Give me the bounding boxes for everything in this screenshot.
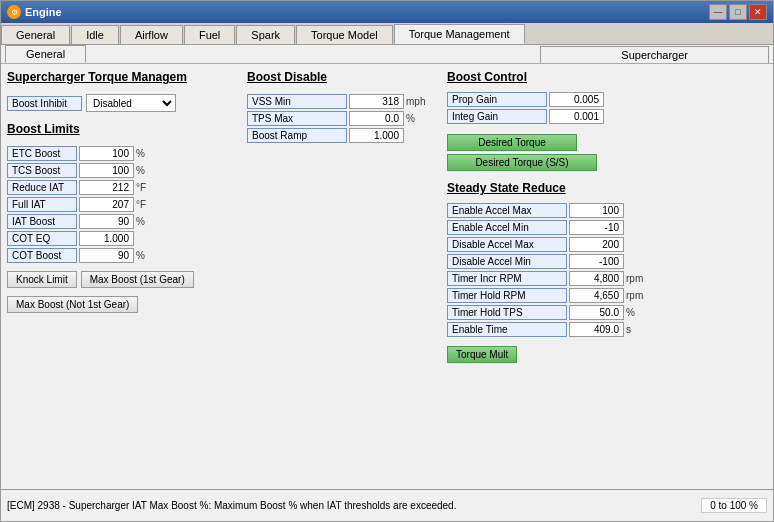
cot-boost-unit: % (136, 250, 152, 261)
enable-accel-min-label: Enable Accel Min (447, 220, 567, 235)
cot-boost-label: COT Boost (7, 248, 77, 263)
timer-hold-tps-unit: % (626, 307, 642, 318)
timer-incr-rpm-unit: rpm (626, 273, 643, 284)
reduce-iat-unit: °F (136, 182, 152, 193)
iat-boost-unit: % (136, 216, 152, 227)
iat-boost-value[interactable] (79, 214, 134, 229)
close-button[interactable]: ✕ (749, 4, 767, 20)
tcs-boost-label: TCS Boost (7, 163, 77, 178)
cot-boost-value[interactable] (79, 248, 134, 263)
boost-ramp-row: Boost Ramp (247, 128, 437, 143)
tab-spark[interactable]: Spark (236, 25, 295, 44)
desired-torque-button[interactable]: Desired Torque (447, 134, 577, 151)
max-boost-not-1st-gear-button[interactable]: Max Boost (Not 1st Gear) (7, 296, 138, 313)
boost-ramp-label: Boost Ramp (247, 128, 347, 143)
boost-control-fields: Prop Gain Integ Gain (447, 92, 767, 126)
tab-airflow[interactable]: Airflow (120, 25, 183, 44)
desired-torque-btn-row: Desired Torque Desired Torque (S/S) (447, 134, 767, 171)
tps-max-label: TPS Max (247, 111, 347, 126)
steady-state-fields: Enable Accel Max Enable Accel Min Disabl… (447, 203, 767, 339)
maximize-button[interactable]: □ (729, 4, 747, 20)
prop-gain-value[interactable] (549, 92, 604, 107)
disable-accel-min-label: Disable Accel Min (447, 254, 567, 269)
engine-icon: ⚙ (7, 5, 21, 19)
title-bar-left: ⚙ Engine (7, 5, 62, 19)
disable-accel-max-value[interactable] (569, 237, 624, 252)
tcs-boost-value[interactable] (79, 163, 134, 178)
tab-idle[interactable]: Idle (71, 25, 119, 44)
reduce-iat-row: Reduce IAT °F (7, 180, 237, 195)
reduce-iat-label: Reduce IAT (7, 180, 77, 195)
tab-general[interactable]: General (1, 25, 70, 44)
timer-hold-tps-row: Timer Hold TPS % (447, 305, 767, 320)
boost-inhibit-label: Boost Inhibit (7, 96, 82, 111)
tab-torque-model[interactable]: Torque Model (296, 25, 393, 44)
enable-accel-max-label: Enable Accel Max (447, 203, 567, 218)
vss-min-row: VSS Min mph (247, 94, 437, 109)
minimize-button[interactable]: — (709, 4, 727, 20)
tab-fuel[interactable]: Fuel (184, 25, 235, 44)
torque-mult-btn-row: Torque Mult (447, 346, 767, 363)
enable-time-value[interactable] (569, 322, 624, 337)
enable-accel-max-row: Enable Accel Max (447, 203, 767, 218)
full-iat-label: Full IAT (7, 197, 77, 212)
reduce-iat-value[interactable] (79, 180, 134, 195)
tps-max-row: TPS Max % (247, 111, 437, 126)
boost-limits-fields: ETC Boost % TCS Boost % Reduce IAT °F Fu… (7, 146, 237, 265)
window-title: Engine (25, 6, 62, 18)
title-controls: — □ ✕ (709, 4, 767, 20)
boost-ramp-value[interactable] (349, 128, 404, 143)
enable-time-label: Enable Time (447, 322, 567, 337)
button-row-2: Max Boost (Not 1st Gear) (7, 296, 237, 313)
etc-boost-value[interactable] (79, 146, 134, 161)
status-text: [ECM] 2938 - Supercharger IAT Max Boost … (7, 500, 456, 511)
timer-incr-rpm-value[interactable] (569, 271, 624, 286)
timer-hold-rpm-row: Timer Hold RPM rpm (447, 288, 767, 303)
vss-min-value[interactable] (349, 94, 404, 109)
full-iat-row: Full IAT °F (7, 197, 237, 212)
cot-eq-value[interactable] (79, 231, 134, 246)
timer-hold-rpm-value[interactable] (569, 288, 624, 303)
disable-accel-min-value[interactable] (569, 254, 624, 269)
left-column: Supercharger Torque Managem Boost Inhibi… (7, 70, 237, 483)
knock-limit-button[interactable]: Knock Limit (7, 271, 77, 288)
prop-gain-label: Prop Gain (447, 92, 547, 107)
max-boost-1st-gear-button[interactable]: Max Boost (1st Gear) (81, 271, 194, 288)
subtabs-row: General Supercharger (1, 45, 773, 64)
cot-eq-label: COT EQ (7, 231, 77, 246)
mid-column: Boost Disable VSS Min mph TPS Max % Boos… (247, 70, 437, 483)
vss-min-unit: mph (406, 96, 425, 107)
integ-gain-label: Integ Gain (447, 109, 547, 124)
button-row-1: Knock Limit Max Boost (1st Gear) (7, 271, 237, 288)
tps-max-value[interactable] (349, 111, 404, 126)
cot-eq-row: COT EQ (7, 231, 237, 246)
integ-gain-value[interactable] (549, 109, 604, 124)
tcs-boost-row: TCS Boost % (7, 163, 237, 178)
iat-boost-label: IAT Boost (7, 214, 77, 229)
timer-hold-tps-value[interactable] (569, 305, 624, 320)
etc-boost-row: ETC Boost % (7, 146, 237, 161)
desired-torque-ss-button[interactable]: Desired Torque (S/S) (447, 154, 597, 171)
right-column: Boost Control Prop Gain Integ Gain Desir… (447, 70, 767, 483)
iat-boost-row: IAT Boost % (7, 214, 237, 229)
boost-limits-title: Boost Limits (7, 122, 237, 136)
title-bar: ⚙ Engine — □ ✕ (1, 1, 773, 23)
enable-accel-max-value[interactable] (569, 203, 624, 218)
prop-gain-row: Prop Gain (447, 92, 767, 107)
subtab-general[interactable]: General (5, 45, 86, 63)
tab-torque-management[interactable]: Torque Management (394, 24, 525, 44)
etc-boost-label: ETC Boost (7, 146, 77, 161)
full-iat-value[interactable] (79, 197, 134, 212)
main-content: Supercharger Torque Managem Boost Inhibi… (1, 64, 773, 489)
disable-accel-min-row: Disable Accel Min (447, 254, 767, 269)
enable-accel-min-value[interactable] (569, 220, 624, 235)
main-tabs: General Idle Airflow Fuel Spark Torque M… (1, 23, 773, 45)
status-range: 0 to 100 % (701, 498, 767, 513)
full-iat-unit: °F (136, 199, 152, 210)
enable-time-unit: s (626, 324, 642, 335)
status-bar: [ECM] 2938 - Supercharger IAT Max Boost … (1, 489, 773, 521)
torque-mult-button[interactable]: Torque Mult (447, 346, 517, 363)
subtab-supercharger[interactable]: Supercharger (540, 46, 769, 63)
boost-inhibit-select[interactable]: Disabled Enabled (86, 94, 176, 112)
disable-accel-max-row: Disable Accel Max (447, 237, 767, 252)
